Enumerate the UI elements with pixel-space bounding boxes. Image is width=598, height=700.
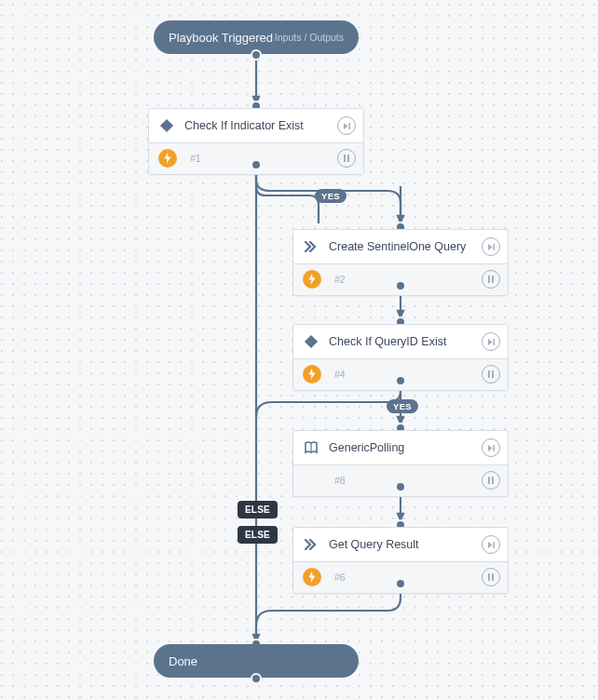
pause-icon[interactable] (482, 270, 500, 289)
task-index: #8 (334, 475, 346, 486)
pause-icon[interactable] (482, 471, 500, 490)
task-index: #1 (190, 153, 201, 164)
port-out[interactable] (251, 159, 262, 170)
task-index: #4 (334, 369, 346, 380)
pause-icon[interactable] (482, 568, 500, 586)
task-title: Create SentinelOne Query (329, 240, 466, 253)
port-out[interactable] (395, 578, 406, 589)
svg-rect-6 (160, 119, 173, 132)
task-title: Check If Indicator Exist (184, 119, 304, 132)
port-out[interactable] (251, 673, 262, 684)
skip-icon[interactable] (337, 116, 356, 135)
start-sublabel: Inputs / Outputs (275, 32, 344, 43)
pause-icon[interactable] (482, 365, 500, 384)
edge-label-yes: YES (315, 189, 347, 203)
edge-label-else: ELSE (238, 501, 278, 518)
skip-icon[interactable] (482, 332, 500, 351)
task-index: #6 (334, 572, 346, 583)
port-out[interactable] (395, 375, 406, 386)
book-icon (303, 439, 319, 456)
port-out[interactable] (395, 481, 406, 492)
svg-rect-7 (305, 335, 318, 348)
edge-label-else: ELSE (238, 526, 278, 544)
skip-icon[interactable] (482, 535, 500, 554)
diamond-icon (303, 333, 319, 350)
chevrons-icon (303, 536, 319, 553)
port-out[interactable] (251, 49, 262, 61)
bolt-icon (303, 568, 321, 586)
task-title: GenericPolling (329, 441, 404, 454)
start-label: Playbook Triggered (169, 31, 273, 45)
end-label: Done (169, 654, 197, 668)
bolt-icon (303, 365, 321, 384)
bolt-icon (158, 149, 177, 168)
task-title: Get Query Result (329, 538, 419, 551)
pause-icon[interactable] (337, 149, 356, 168)
task-index: #2 (334, 274, 346, 285)
edge-label-yes: YES (387, 399, 418, 413)
chevrons-icon (303, 238, 319, 255)
diamond-icon (158, 117, 175, 134)
skip-icon[interactable] (482, 438, 500, 457)
playbook-canvas: Playbook Triggered Inputs / Outputs Chec… (0, 0, 598, 700)
task-title: Check If QueryID Exist (329, 335, 446, 348)
bolt-icon (303, 270, 321, 289)
skip-icon[interactable] (482, 237, 500, 256)
port-out[interactable] (395, 280, 406, 291)
